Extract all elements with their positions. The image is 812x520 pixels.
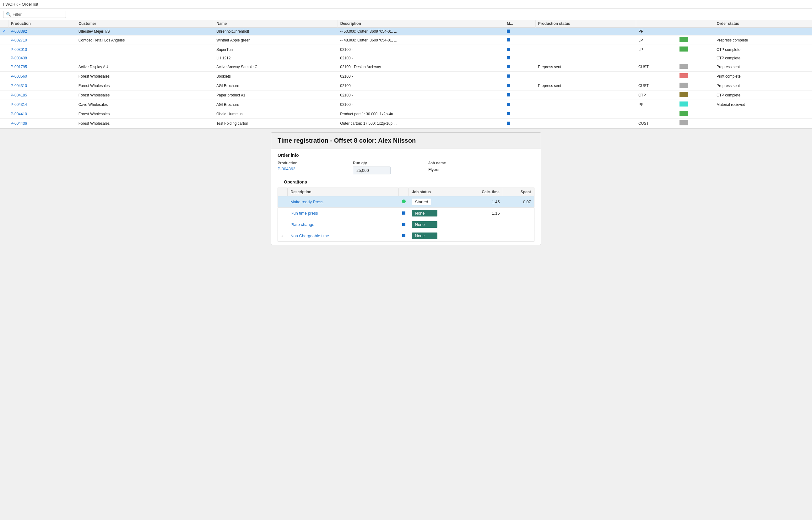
ops-row-job-status: None: [409, 230, 465, 242]
ops-description-link[interactable]: Plate change: [290, 222, 314, 227]
order-info-title: Order info: [278, 153, 534, 158]
row-production[interactable]: P-003560: [8, 72, 76, 81]
production-link[interactable]: P-004410: [11, 112, 27, 116]
ops-row-description[interactable]: Make ready Press: [287, 197, 399, 208]
row-order-status: CTP complete: [714, 45, 812, 54]
table-row[interactable]: ✓P-003392Ullerslev Mejeri I/SUhrenholtUh…: [0, 28, 812, 35]
production-link[interactable]: P-003438: [11, 56, 27, 60]
production-link[interactable]: P-001795: [11, 65, 27, 69]
row-customer: Forest Wholesales: [76, 119, 214, 128]
row-check[interactable]: [0, 119, 8, 128]
col-name: Name: [214, 20, 338, 28]
ops-row-description[interactable]: Plate change: [287, 219, 399, 230]
row-check[interactable]: [0, 109, 8, 119]
row-customer: [76, 54, 214, 62]
row-order-status: CTP complete: [714, 54, 812, 62]
blue-square-icon: [507, 65, 510, 68]
ops-row-description[interactable]: Non Chargeable time: [287, 230, 399, 242]
col-description: Description: [338, 20, 504, 28]
row-check[interactable]: [0, 100, 8, 109]
row-production[interactable]: P-003392: [8, 28, 76, 35]
production-link[interactable]: P-004310: [11, 84, 27, 88]
ops-row-check[interactable]: [278, 197, 288, 208]
row-production[interactable]: P-004436: [8, 119, 76, 128]
table-row[interactable]: P-003438LH 121202100 -CTP complete: [0, 54, 812, 62]
production-link[interactable]: P-003392: [11, 29, 27, 34]
row-check[interactable]: [0, 62, 8, 72]
ops-header-row: Description Job status Calc. time Spent: [278, 188, 534, 197]
table-row[interactable]: P-004436Forest WholesalesTest Folding ca…: [0, 119, 812, 128]
row-production[interactable]: P-004410: [8, 109, 76, 119]
table-row[interactable]: P-001795Active Display AUActive Arcway S…: [0, 62, 812, 72]
production-link[interactable]: P-004314: [11, 102, 27, 107]
row-status-color-box: [677, 90, 714, 100]
row-check[interactable]: [0, 72, 8, 81]
ops-row-check[interactable]: [278, 208, 288, 219]
table-row[interactable]: P-004410Forest WholesalesObela HummusPro…: [0, 109, 812, 119]
ops-row[interactable]: Plate changeNone: [278, 219, 534, 230]
operations-title: Operations: [278, 178, 534, 186]
production-link[interactable]: P-002710: [11, 38, 27, 43]
table-row[interactable]: P-004310Forest WholesalesAGI Brochure021…: [0, 81, 812, 90]
row-production[interactable]: P-004310: [8, 81, 76, 90]
row-check[interactable]: [0, 54, 8, 62]
ops-col-calc-time: Calc. time: [465, 188, 503, 197]
row-status-color-box: [677, 35, 714, 45]
row-production-status: Prepress sent: [535, 81, 636, 90]
row-m-indicator: [504, 28, 535, 35]
row-production[interactable]: P-003438: [8, 54, 76, 62]
row-name: LH 1212: [214, 54, 338, 62]
ops-row[interactable]: Run time pressNone1.15: [278, 208, 534, 219]
order-info-grid: Production Run qty. Job name P-004362 25…: [278, 161, 534, 174]
job-status-badge: None: [412, 221, 438, 228]
row-description: 02100 -: [338, 72, 504, 81]
production-link[interactable]: P-003010: [11, 48, 27, 52]
blue-square-icon: [402, 211, 405, 215]
blue-square-icon: [507, 103, 510, 106]
ops-description-link[interactable]: Make ready Press: [290, 200, 324, 204]
row-check[interactable]: [0, 45, 8, 54]
row-production[interactable]: P-001795: [8, 62, 76, 72]
row-description: 02100 -: [338, 100, 504, 109]
blue-square-icon: [507, 48, 510, 51]
status-color-indicator: [679, 37, 688, 42]
blue-square-icon: [507, 75, 510, 78]
ops-row-check[interactable]: ✓: [278, 230, 288, 242]
table-row[interactable]: P-002710Contoso Retail Los AngelesWinthe…: [0, 35, 812, 45]
time-reg-title: Time registration - Offset 8 color: Alex…: [278, 137, 534, 144]
row-check[interactable]: ✓: [0, 28, 8, 35]
row-check[interactable]: [0, 81, 8, 90]
table-row[interactable]: P-004185Forest WholesalesPaper product #…: [0, 90, 812, 100]
production-link[interactable]: P-003560: [11, 74, 27, 79]
ops-row[interactable]: Make ready PressStarted1.450.07: [278, 197, 534, 208]
row-production-status: [535, 109, 636, 119]
row-order-status: Prepress complete: [714, 35, 812, 45]
row-description: 02100 -: [338, 45, 504, 54]
ops-row-job-status: None: [409, 208, 465, 219]
ops-row-check[interactable]: [278, 219, 288, 230]
production-value[interactable]: P-004362: [278, 166, 353, 174]
table-row[interactable]: P-003010SuperTun02100 -LPCTP complete: [0, 45, 812, 54]
filter-input[interactable]: [12, 12, 63, 17]
row-production[interactable]: P-002710: [8, 35, 76, 45]
row-production[interactable]: P-004314: [8, 100, 76, 109]
ops-description-link[interactable]: Non Chargeable time: [290, 233, 329, 238]
table-row[interactable]: P-004314Cave WholesalesAGI Brochure02100…: [0, 100, 812, 109]
ops-description-link[interactable]: Run time press: [290, 211, 318, 215]
production-label: Production: [278, 161, 353, 165]
ops-row-calc-time: 1.15: [465, 208, 503, 219]
ops-row[interactable]: ✓Non Chargeable timeNone: [278, 230, 534, 242]
filter-input-wrap[interactable]: 🔍: [3, 11, 66, 18]
row-order-status: Print complete: [714, 72, 812, 81]
ops-row-description[interactable]: Run time press: [287, 208, 399, 219]
row-m-indicator: [504, 45, 535, 54]
table-row[interactable]: P-003560Forest WholesalesBooklets02100 -…: [0, 72, 812, 81]
row-check[interactable]: [0, 90, 8, 100]
row-name: AGI Brochure: [214, 81, 338, 90]
row-check[interactable]: [0, 35, 8, 45]
production-link[interactable]: P-004185: [11, 93, 27, 97]
row-production[interactable]: P-004185: [8, 90, 76, 100]
row-status-color-box: [677, 28, 714, 35]
production-link[interactable]: P-004436: [11, 121, 27, 126]
row-production[interactable]: P-003010: [8, 45, 76, 54]
